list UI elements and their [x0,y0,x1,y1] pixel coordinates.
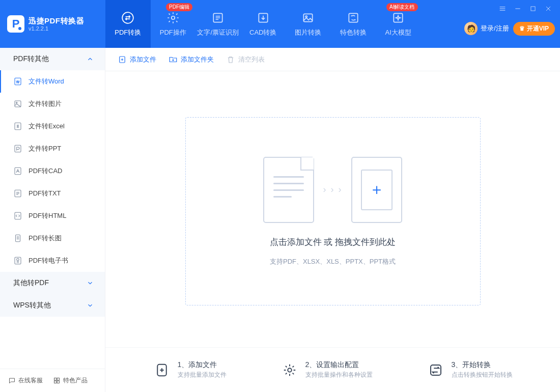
sidebar-footer: 在线客服 特色产品 [0,369,105,392]
sparkle-icon [391,11,405,25]
sidebar-item-pdf-to-ebook[interactable]: PDF转电子书 [0,249,105,272]
download-icon [256,11,270,25]
step-title: 3、开始转换 [452,360,513,370]
svg-rect-6 [349,13,357,22]
minimize-button[interactable] [510,3,525,14]
swap-icon [121,11,135,25]
menu-button[interactable] [495,3,510,14]
login-link[interactable]: 登录/注册 [481,24,509,33]
sidebar-group-pdf-to-other[interactable]: PDF转其他 [0,48,105,70]
svg-rect-13 [15,145,21,152]
featured-label: 特色产品 [63,376,88,385]
sidebar-item-label: 文件转Excel [29,122,65,131]
close-button[interactable] [541,3,556,14]
add-file-label: 添加文件 [130,55,156,64]
trash-icon [226,55,235,64]
add-folder-button[interactable]: 添加文件夹 [169,55,214,64]
group-title: 其他转PDF [13,278,49,288]
image-file-icon [13,99,22,108]
tab-label: 图片转换 [295,28,321,37]
add-folder-label: 添加文件夹 [181,55,214,64]
step-2: 2、设置输出配置 支持批量操作和各种设置 [281,360,373,379]
svg-rect-14 [15,167,21,175]
sidebar-group-other-to-pdf[interactable]: 其他转PDF [0,272,105,294]
svg-rect-21 [54,381,57,383]
add-file-icon [118,55,127,64]
file-dropzone[interactable]: › › › ＋ 点击添加文件 或 拖拽文件到此处 支持PDF、XLSX、XLS、… [185,117,481,305]
sidebar-item-file-to-word[interactable]: 文件转Word [0,70,105,93]
tab-ai-model[interactable]: AI解读文档 AI大模型 [376,0,421,48]
sidebar-item-pdf-to-cad[interactable]: PDF转CAD [0,160,105,182]
sidebar-item-label: PDF转电子书 [29,256,68,265]
support-label: 在线客服 [18,376,43,385]
refresh-icon [346,11,360,25]
sidebar: PDF转其他 文件转Word 文件转图片 文件转Excel 文件转PPT PDF… [0,48,105,392]
chevron-down-icon [87,279,94,287]
sidebar-item-label: PDF转CAD [29,166,62,176]
toolbar: 添加文件 添加文件夹 清空列表 [105,48,560,71]
arrow-right-icon: › › › [323,184,343,195]
svg-rect-26 [431,365,441,375]
crown-icon: ♛ [519,25,525,32]
chevron-up-icon [87,55,94,63]
tab-label: 文字/票证识别 [197,28,239,37]
sidebar-item-pdf-to-html[interactable]: PDF转HTML [0,205,105,227]
document-icon [263,157,314,223]
clear-list-button[interactable]: 清空列表 [226,55,265,64]
tab-label: PDF转换 [115,28,141,37]
support-link[interactable]: 在线客服 [8,376,43,385]
txt-icon [13,189,22,198]
sidebar-item-file-to-ppt[interactable]: 文件转PPT [0,137,105,160]
html-icon [13,211,22,220]
long-image-icon [13,234,22,243]
tab-cad-convert[interactable]: CAD转换 [241,0,286,48]
chevron-down-icon [87,302,94,309]
tab-pdf-convert[interactable]: PDF转换 [105,0,151,48]
step-1: 1、添加文件 支持批量添加文件 [153,360,227,379]
add-file-button[interactable]: 添加文件 [118,55,156,64]
badge-pdf-edit: PDF编辑 [166,3,192,11]
sidebar-item-label: 文件转Word [29,77,64,86]
step-convert-icon [427,361,444,379]
svg-point-1 [172,16,175,20]
sidebar-item-pdf-to-txt[interactable]: PDF转TXT [0,182,105,205]
step-desc: 支持批量操作和各种设置 [305,371,373,379]
step-3: 3、开始转换 点击转换按钮开始转换 [427,360,513,379]
step-add-icon [153,361,171,379]
svg-point-0 [122,12,133,23]
add-folder-icon [169,55,178,64]
grid-icon [53,377,61,384]
step-desc: 支持批量添加文件 [178,371,227,379]
tab-image-convert[interactable]: 图片转换 [286,0,331,48]
steps-bar: 1、添加文件 支持批量添加文件 2、设置输出配置 支持批量操作和各种设置 3、开… [105,347,560,392]
tab-special-convert[interactable]: 特色转换 [331,0,376,48]
app-header: P 迅捷PDF转换器 v1.2.2.1 PDF转换 PDF编辑 PDF操作 文字… [0,0,560,48]
sidebar-item-label: PDF转TXT [29,189,61,198]
svg-rect-20 [57,378,59,380]
svg-rect-4 [304,14,313,21]
step-settings-icon [281,361,298,379]
tab-ocr[interactable]: 文字/票证识别 [195,0,241,48]
maximize-button[interactable] [525,3,541,14]
sidebar-item-label: 文件转图片 [29,99,62,108]
user-area[interactable]: 🧑 登录/注册 [464,22,509,35]
ebook-icon [13,256,22,265]
sidebar-group-wps-to-other[interactable]: WPS转其他 [0,294,105,317]
open-vip-button[interactable]: ♛ 开通VIP [513,22,555,36]
cad-icon [13,166,22,176]
dropzone-subtitle: 支持PDF、XLSX、XLS、PPTX、PPT格式 [270,257,396,266]
add-target-icon: ＋ [351,157,402,223]
tab-pdf-operate[interactable]: PDF编辑 PDF操作 [151,0,196,48]
sidebar-item-file-to-excel[interactable]: 文件转Excel [0,115,105,137]
window-controls [495,3,556,14]
sidebar-item-pdf-to-longimage[interactable]: PDF转长图 [0,227,105,249]
sidebar-item-file-to-image[interactable]: 文件转图片 [0,93,105,115]
excel-icon [13,122,22,131]
group-title: PDF转其他 [13,54,49,64]
featured-link[interactable]: 特色产品 [53,376,88,385]
svg-rect-19 [54,378,57,380]
word-icon [13,77,22,86]
sidebar-item-label: PDF转HTML [29,211,66,220]
logo-area: P 迅捷PDF转换器 v1.2.2.1 [0,0,105,48]
dropzone-title: 点击添加文件 或 拖拽文件到此处 [270,236,396,248]
